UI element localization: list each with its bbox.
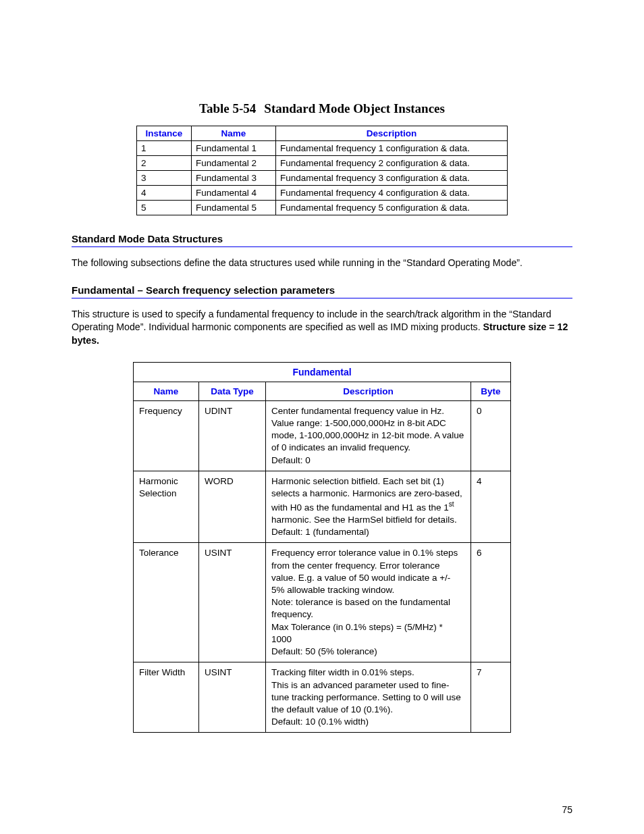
cell-byte: 7 (471, 662, 511, 733)
cell-description: Fundamental frequency 1 configuration & … (276, 141, 508, 156)
section2-title: Fundamental – Search frequency selection… (72, 284, 572, 296)
cell-type: USINT (199, 662, 266, 733)
cell-name: Fundamental 5 (192, 201, 276, 215)
table-row: 4 Fundamental 4 Fundamental frequency 4 … (137, 186, 508, 201)
table2-header-name: Name (134, 382, 199, 400)
table-row: 2 Fundamental 2 Fundamental frequency 2 … (137, 156, 508, 171)
cell-type: WORD (199, 471, 266, 543)
section1-title: Standard Mode Data Structures (72, 233, 572, 244)
cell-name: Fundamental 4 (192, 186, 276, 201)
cell-description: Harmonic selection bitfield. Each set bi… (266, 471, 471, 543)
section1-text: The following subsections define the dat… (72, 257, 572, 269)
table1-caption: Table 5-54Standard Mode Object Instances (72, 101, 572, 116)
cell-type: UDINT (199, 400, 266, 471)
cell-instance: 4 (137, 186, 192, 201)
table1-header-instance: Instance (137, 126, 192, 141)
cell-name: Tolerance (134, 543, 199, 662)
cell-name: Fundamental 2 (192, 156, 276, 171)
table1-header-row: Instance Name Description (137, 126, 508, 141)
cell-desc-post: harmonic. See the HarmSel bitfield for d… (271, 515, 457, 537)
table2-title: Fundamental (134, 362, 511, 382)
cell-byte: 4 (471, 471, 511, 543)
cell-instance: 2 (137, 156, 192, 171)
table2-header-byte: Byte (471, 382, 511, 400)
section1-rule (72, 246, 572, 247)
cell-desc-pre: Harmonic selection bitfield. Each set bi… (271, 476, 462, 513)
section2-text-plain: This structure is used to specify a fund… (72, 309, 552, 332)
table-row: 3 Fundamental 3 Fundamental frequency 3 … (137, 171, 508, 186)
cell-name: Fundamental 1 (192, 141, 276, 156)
table-standard-mode-instances: Instance Name Description 1 Fundamental … (136, 126, 508, 215)
table-row: Frequency UDINT Center fundamental frequ… (134, 400, 511, 471)
table1-body: 1 Fundamental 1 Fundamental frequency 1 … (137, 141, 508, 215)
table2-title-row: Fundamental (134, 362, 511, 382)
table1-header-description: Description (276, 126, 508, 141)
table2-header-row: Name Data Type Description Byte (134, 382, 511, 400)
table-row: 5 Fundamental 5 Fundamental frequency 5 … (137, 201, 508, 215)
cell-name: Filter Width (134, 662, 199, 733)
table-row: Filter Width USINT Tracking filter width… (134, 662, 511, 733)
cell-description: Tracking filter width in 0.01% steps.Thi… (266, 662, 471, 733)
cell-name: Fundamental 3 (192, 171, 276, 186)
cell-description: Fundamental frequency 4 configuration & … (276, 186, 508, 201)
cell-description: Center fundamental frequency value in Hz… (266, 400, 471, 471)
table2-body: Frequency UDINT Center fundamental frequ… (134, 400, 511, 733)
table2-header-type: Data Type (199, 382, 266, 400)
cell-byte: 0 (471, 400, 511, 471)
table2-header-description: Description (266, 382, 471, 400)
cell-instance: 5 (137, 201, 192, 215)
table1-header-name: Name (192, 126, 276, 141)
table-fundamental-structure: Fundamental Name Data Type Description B… (133, 362, 511, 733)
cell-name: Frequency (134, 400, 199, 471)
table-row: Harmonic Selection WORD Harmonic selecti… (134, 471, 511, 543)
cell-instance: 3 (137, 171, 192, 186)
cell-description: Fundamental frequency 2 configuration & … (276, 156, 508, 171)
table1-caption-title: Standard Mode Object Instances (264, 101, 445, 115)
table-row: 1 Fundamental 1 Fundamental frequency 1 … (137, 141, 508, 156)
cell-description: Fundamental frequency 3 configuration & … (276, 171, 508, 186)
section2-rule (72, 298, 572, 298)
page-number: 75 (562, 804, 572, 815)
cell-type: USINT (199, 543, 266, 662)
page: Table 5-54Standard Mode Object Instances… (0, 0, 644, 834)
section2-text: This structure is used to specify a fund… (72, 308, 572, 347)
table-row: Tolerance USINT Frequency error toleranc… (134, 543, 511, 662)
cell-description: Fundamental frequency 5 configuration & … (276, 201, 508, 215)
cell-byte: 6 (471, 543, 511, 662)
cell-name: Harmonic Selection (134, 471, 199, 543)
table1-caption-number: Table 5-54 (199, 101, 256, 115)
cell-description: Frequency error tolerance value in 0.1% … (266, 543, 471, 662)
cell-instance: 1 (137, 141, 192, 156)
cell-desc-sup: st (449, 500, 454, 508)
